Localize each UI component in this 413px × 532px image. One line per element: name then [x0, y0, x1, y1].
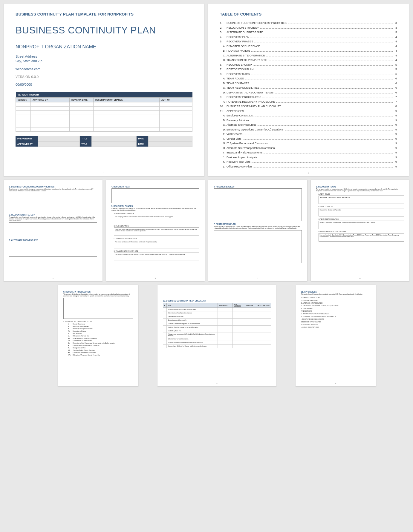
sec5a-box[interactable]: The company declares a disaster and make…	[114, 215, 200, 223]
sec5c-box[interactable]: This phase continues until the business …	[114, 240, 200, 248]
checklist-row[interactable]: Establish an alternate worksite and a re…	[163, 341, 271, 345]
checklist-row[interactable]: Conduct practice drills regularly.	[163, 319, 271, 322]
toc-entry[interactable]: A.POTENTIAL RECOVERY PROCEDURE7	[220, 100, 397, 104]
toc-entry[interactable]: 7.RESTORATION PLAN5	[220, 67, 397, 72]
sec5b-title: B. PLAN ACTIVATION	[114, 225, 200, 227]
checklist-row[interactable]: Create an evacuation plan.	[163, 315, 271, 319]
checklist-row[interactable]: Establish a central meeting place for al…	[163, 322, 271, 326]
toc-entry[interactable]: 2.RELOCATION STRATEGY3	[220, 26, 397, 30]
sec5b-box[interactable]: During this phase, the company puts the …	[114, 227, 200, 236]
sec9-desc: The company details the specific activit…	[63, 293, 133, 297]
toc-entry[interactable]: D.TRANSITION TO PRIMARY SITE4	[220, 58, 397, 62]
toc-entry[interactable]: K.Recovery Task Lists9	[220, 160, 397, 164]
toc-entry[interactable]: A.Employee Contact List9	[220, 114, 397, 118]
sec9a-title: A. POTENTIAL RECOVERY PROCEDURE	[63, 321, 133, 322]
sec8a-box[interactable]: Team Leader, Backup Team Leader, Team Me…	[319, 196, 404, 204]
toc-entry[interactable]: 10.BUSINESS CONTINUITY PLAN CHECKLIST8	[220, 104, 397, 109]
toc-entry[interactable]: 11.APPENDICES9	[220, 109, 397, 113]
sig-title2: TITLE	[79, 141, 91, 147]
toc-entry[interactable]: 1.BUSINESS FUNCTION RECOVERY PRIORITIES3	[220, 21, 397, 25]
sec3-box[interactable]	[9, 242, 97, 257]
sec8d-box[interactable]: Business Continuity Coordinator, EOC Com…	[319, 233, 404, 242]
toc-entry[interactable]: A.DISASTER OCCURRENCE4	[220, 44, 397, 49]
sec9-box[interactable]	[63, 298, 133, 319]
procedure-step: IV. Declaration of Disaster	[68, 330, 133, 332]
sec2-title: 2. RELOCATION STRATEGY	[9, 214, 97, 216]
toc-entry[interactable]: 3.ALTERNATE BUSINESS SITE3	[220, 30, 397, 35]
checklist-row[interactable]: Establish a phone tree.	[163, 329, 271, 333]
toc-entry[interactable]: B.TEAM CONTACTS6	[220, 82, 397, 86]
procedure-step: III. Preliminary Damage Assessment	[68, 328, 133, 330]
toc-entry[interactable]: B.PLAN ACTIVATION4	[220, 49, 397, 53]
sig-date2-cell[interactable]	[148, 141, 192, 147]
toc-entry[interactable]: D.DEPARTMENTAL RECOVERY TEAMS6	[220, 91, 397, 95]
page-number: 8	[216, 382, 218, 385]
toc-entry[interactable]: A.TEAM ROLES6	[220, 77, 397, 81]
sec5d-box[interactable]: This phase continues until the company c…	[114, 253, 200, 261]
page-number: 9	[335, 382, 336, 385]
toc-entry[interactable]: G.IT System Reports and Resources9	[220, 142, 397, 146]
appendix-list: A. EMPLOYEE CONTACT LISTB. RECOVERY PRIO…	[301, 297, 371, 328]
checklist-row[interactable]: Determine risks for all potential disast…	[163, 311, 271, 315]
sec4-box[interactable]	[111, 188, 200, 203]
toc-entry[interactable]: 6.RECORDS BACKUP5	[220, 63, 397, 67]
toc-entry[interactable]: E.Vital Records9	[220, 132, 397, 136]
toc-entry[interactable]: L.Office Recovery Plan9	[220, 165, 397, 169]
sec6-box[interactable]	[214, 188, 302, 221]
sec10-title: 10. BUSINESS CONTINUITY PLAN CHECKLIST	[163, 300, 271, 302]
toc-entry[interactable]: 9.RECOVERY PROCEDURES7	[220, 95, 397, 99]
vh-col-version: VERSION	[16, 97, 31, 102]
page-9: 11. APPENDICES This section lists all th…	[296, 285, 376, 386]
sig-appr-cell[interactable]	[38, 141, 79, 147]
toc-entry[interactable]: 5.RECOVERY PHASES4	[220, 40, 397, 44]
toc-entry[interactable]: I.Impact and Risk Assessments9	[220, 151, 397, 155]
checklist-row[interactable]: Collect all staff contact information.	[163, 337, 271, 341]
doc-title: BUSINESS CONTINUITY PLAN	[16, 25, 192, 36]
web-address: webaddress.com	[16, 67, 192, 71]
checklist-row[interactable]: Document and distribute full disaster an…	[163, 345, 271, 348]
org-name: NONPROFIT ORGANIZATION NAME	[16, 44, 192, 50]
checklist-row[interactable]: Identify and post all emergency contact …	[163, 326, 271, 329]
address: Street Address City, State and Zip	[16, 54, 192, 64]
procedure-list: I. Disaster OccurrenceII. Notification o…	[68, 323, 133, 356]
checklist-row[interactable]: Establish disaster planning and mitigati…	[163, 308, 271, 311]
toc-entry[interactable]: C.ALTERNATE SITE OPERATION4	[220, 54, 397, 58]
appendix-item: E. VITAL RECORDS	[301, 308, 371, 309]
sig-prep-cell[interactable]	[38, 136, 79, 141]
doc-date: 00/00/0000	[16, 83, 192, 86]
appendix-item: F. VENDOR LISTS	[301, 310, 371, 312]
sec1-desc: Disaster recovery teams use this strateg…	[9, 188, 97, 192]
toc-entry[interactable]: 4.RECOVERY PLAN4	[220, 35, 397, 39]
toc-entry[interactable]: J.Business Impact Analysis9	[220, 156, 397, 160]
sig-title2-cell[interactable]	[91, 141, 136, 147]
sec8b-box[interactable]: Shown in the Contact List Appendix	[319, 208, 404, 216]
sig-title1-cell[interactable]	[91, 136, 136, 141]
appendix-item: H. ALTERNATE SITE TRANSPORTATION INFORMA…	[301, 316, 371, 317]
toc-entry[interactable]: C.TEAM RESPONSIBILITIES6	[220, 86, 397, 90]
toc-entry[interactable]: D.Emergency Operations Center (EOC) Loca…	[220, 128, 397, 132]
sec2-box[interactable]	[9, 222, 97, 237]
toc-entry[interactable]: B.Recovery Priorities9	[220, 119, 397, 123]
page-number: 3	[52, 277, 53, 279]
sec1-box[interactable]	[9, 193, 97, 212]
toc-entry[interactable]: F.Vendor Lists9	[220, 137, 397, 141]
sec5d-title: D. TRANSITION TO PRIMARY SITE	[114, 250, 200, 252]
sec11-desc: This section lists all the appendices ne…	[301, 293, 371, 295]
sig-date1: DATE	[136, 136, 148, 141]
chk-col-x: X	[163, 303, 167, 308]
sec8-title: 8. RECOVERY TEAMS	[316, 186, 404, 188]
toc-title: TABLE OF CONTENTS	[220, 12, 397, 16]
sec8b-title: B. TEAM CONTACTS	[319, 206, 404, 207]
toc-entry[interactable]: H.Alternate Site Transportation Informat…	[220, 146, 397, 150]
appendix-item: G. IT SYSTEM REPORTS AND RESOURCES	[301, 313, 371, 315]
toc-entry[interactable]: C.Alternate Site Resources9	[220, 123, 397, 127]
sec8c-box[interactable]: Incident Commander, HR/PR Officer, Infor…	[319, 221, 404, 229]
sec7-box[interactable]	[214, 230, 302, 263]
procedure-step: I. Disaster Occurrence	[68, 323, 133, 325]
sig-date1-cell[interactable]	[148, 136, 192, 141]
sec11-title: 11. APPENDICES	[301, 291, 371, 293]
toc-entry[interactable]: 8.RECOVERY teams6	[220, 72, 397, 76]
checklist-row[interactable]: Put together an emergency kit (first aid…	[163, 333, 271, 337]
addr-line1: Street Address	[16, 54, 192, 59]
chk-col-datecomp: DATE COMPLETED	[256, 303, 271, 308]
